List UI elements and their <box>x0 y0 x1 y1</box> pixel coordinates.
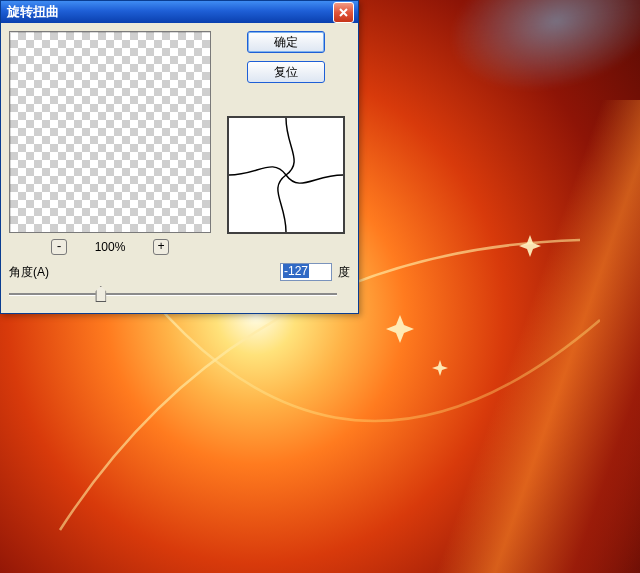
angle-value-selected: -127 <box>283 264 309 278</box>
preview-canvas[interactable] <box>9 31 211 233</box>
decorative-swirl <box>354 100 640 573</box>
reset-button[interactable]: 复位 <box>247 61 325 83</box>
zoom-out-button[interactable]: - <box>51 239 67 255</box>
angle-input[interactable]: -127 <box>280 263 332 281</box>
dialog-titlebar[interactable]: 旋转扭曲 <box>1 1 358 23</box>
zoom-in-button[interactable]: + <box>153 239 169 255</box>
slider-thumb[interactable] <box>95 286 106 302</box>
slider-track-line <box>9 293 337 295</box>
effect-thumbnail <box>227 116 345 234</box>
dialog-title: 旋转扭曲 <box>7 3 333 21</box>
angle-label: 角度(A) <box>9 264 49 281</box>
zoom-level-label: 100% <box>89 240 131 254</box>
zoom-controls: - 100% + <box>9 239 211 255</box>
dialog-body: - 100% + 确定 复位 <box>1 23 358 313</box>
ok-button[interactable]: 确定 <box>247 31 325 53</box>
angle-unit-label: 度 <box>338 264 350 281</box>
twirl-filter-dialog: 旋转扭曲 - 100% + 确定 复位 <box>0 0 359 314</box>
svg-marker-1 <box>519 235 541 257</box>
svg-marker-0 <box>386 315 414 343</box>
svg-marker-2 <box>432 360 448 376</box>
wallpaper-background: 旋转扭曲 - 100% + 确定 复位 <box>0 0 640 573</box>
twirl-icon <box>229 118 343 232</box>
angle-slider[interactable] <box>9 285 337 303</box>
close-button[interactable] <box>333 2 354 23</box>
close-icon <box>338 7 349 18</box>
